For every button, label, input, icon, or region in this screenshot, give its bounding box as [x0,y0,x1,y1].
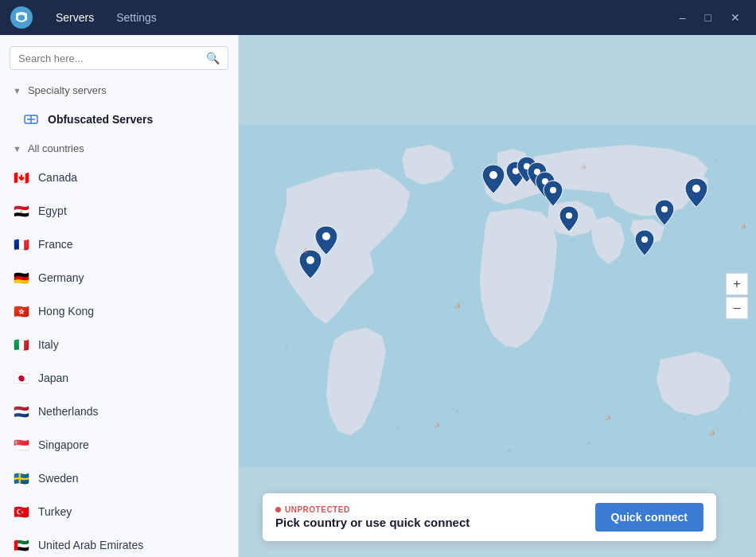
flag-uae: 🇦🇪 [13,536,30,554]
svg-point-16 [587,442,590,445]
country-item-canada[interactable]: 🇨🇦 Canada [0,161,238,194]
country-item-hong-kong[interactable]: 🇭🇰 Hong Kong [0,294,238,328]
status-dot [275,507,281,512]
status-badge: UNPROTECTED [275,505,470,514]
country-item-france[interactable]: 🇫🇷 France [0,228,238,261]
country-item-uae[interactable]: 🇦🇪 United Arab Emirates [0,528,238,557]
country-name-singapore: Singapore [38,438,89,451]
country-item-netherlands[interactable]: 🇳🇱 Netherlands [0,395,238,428]
flag-turkey: 🇹🇷 [13,503,30,520]
svg-point-30 [550,187,556,193]
svg-point-33 [641,236,648,243]
country-name-turkey: Turkey [38,505,72,518]
zoom-controls: + – [726,273,748,319]
flag-netherlands: 🇳🇱 [13,403,30,420]
country-name-netherlands: Netherlands [38,405,99,418]
country-name-japan: Japan [38,372,68,384]
sidebar: 🔍 ▼ Specialty servers Obfuscated Servers [0,35,239,557]
country-item-singapore[interactable]: 🇸🇬 Singapore [0,428,238,462]
svg-point-13 [413,438,415,441]
flag-canada: 🇨🇦 [13,169,30,186]
app-logo [10,6,33,29]
svg-text:⛵: ⛵ [581,164,587,170]
main-layout: 🔍 ▼ Specialty servers Obfuscated Servers [0,35,756,557]
svg-point-17 [604,454,606,457]
search-input[interactable] [18,53,206,64]
country-item-sweden[interactable]: 🇸🇪 Sweden [0,462,238,495]
svg-text:⛵: ⛵ [454,302,462,310]
flag-hong-kong: 🇭🇰 [13,302,30,320]
chevron-down-icon-countries: ▼ [13,144,21,154]
flag-japan: 🇯🇵 [13,369,30,387]
svg-text:⛵: ⛵ [302,247,309,254]
country-name-egypt: Egypt [38,204,67,217]
svg-text:⛵: ⛵ [740,223,747,230]
flag-singapore: 🇸🇬 [13,436,30,454]
svg-point-34 [692,185,700,193]
svg-point-15 [739,411,742,413]
window-controls: – □ ✕ [673,8,746,27]
svg-point-18 [508,450,511,453]
sidebar-list: ▼ Specialty servers Obfuscated Servers ▼… [0,78,238,557]
obfuscated-icon [22,111,40,128]
country-name-sweden: Sweden [38,472,79,485]
svg-point-21 [456,410,459,413]
flag-france: 🇫🇷 [13,236,30,253]
close-button[interactable]: ✕ [724,8,746,27]
svg-point-10 [715,159,718,162]
status-bar: UNPROTECTED Pick country or use quick co… [263,493,716,541]
search-icon[interactable]: 🔍 [206,52,220,64]
map-area: ⛵ ⛵ ⛵ ⛵ ⛵ ⛵ ⛵ UNPROTECTED Pick country o… [239,35,756,557]
search-bar[interactable]: 🔍 [10,46,228,70]
maximize-button[interactable]: □ [699,8,718,27]
country-item-germany[interactable]: 🇩🇪 Germany [0,261,238,294]
country-item-turkey[interactable]: 🇹🇷 Turkey [0,495,238,528]
country-name-hong-kong: Hong Kong [38,305,94,317]
nav-settings[interactable]: Settings [107,6,166,29]
country-name-germany: Germany [38,271,84,284]
all-countries-label: All countries [28,142,84,154]
status-badge-text: UNPROTECTED [285,505,350,514]
titlebar-nav: Servers Settings [46,6,661,29]
flag-sweden: 🇸🇪 [13,469,30,487]
obfuscated-servers-item[interactable]: Obfuscated Servers [0,103,238,136]
svg-text:⛵: ⛵ [434,422,441,429]
svg-text:⛵: ⛵ [605,414,612,421]
svg-point-14 [683,418,686,421]
country-name-france: France [38,238,73,251]
country-name-italy: Italy [38,338,59,351]
minimize-button[interactable]: – [673,8,692,27]
country-name-uae: United Arab Emirates [38,539,143,551]
titlebar: Servers Settings – □ ✕ [0,0,756,35]
world-map-svg: ⛵ ⛵ ⛵ ⛵ ⛵ ⛵ ⛵ [239,35,756,557]
obfuscated-servers-label: Obfuscated Servers [48,113,153,126]
specialty-servers-label: Specialty servers [28,84,107,96]
svg-point-31 [566,212,572,219]
svg-point-23 [322,232,330,240]
zoom-in-button[interactable]: + [726,273,748,295]
country-item-japan[interactable]: 🇯🇵 Japan [0,361,238,395]
svg-point-32 [661,206,668,212]
specialty-servers-header[interactable]: ▼ Specialty servers [0,78,238,103]
svg-point-24 [306,256,314,264]
zoom-out-button[interactable]: – [726,297,748,319]
all-countries-header[interactable]: ▼ All countries [0,136,238,161]
chevron-down-icon: ▼ [13,86,21,95]
status-left: UNPROTECTED Pick country or use quick co… [275,505,470,529]
svg-point-25 [489,171,497,179]
svg-text:⛵: ⛵ [708,429,716,437]
quick-connect-button[interactable]: Quick connect [595,503,703,532]
flag-italy: 🇮🇹 [13,336,30,353]
flag-egypt: 🇪🇬 [13,202,30,220]
nav-servers[interactable]: Servers [46,6,103,29]
country-item-egypt[interactable]: 🇪🇬 Egypt [0,194,238,228]
country-name-canada: Canada [38,171,77,184]
svg-point-22 [285,346,288,349]
flag-germany: 🇩🇪 [13,269,30,286]
country-item-italy[interactable]: 🇮🇹 Italy [0,328,238,361]
status-message: Pick country or use quick connect [275,516,470,529]
svg-point-12 [396,426,399,429]
